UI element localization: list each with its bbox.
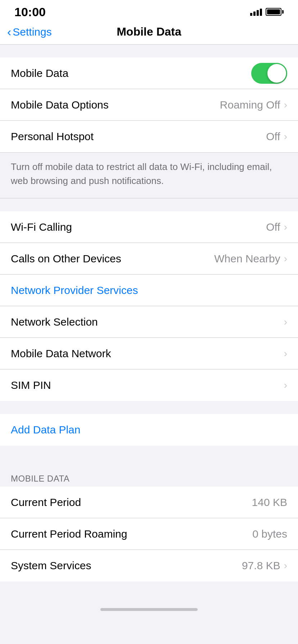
current-period-value: 140 KB [252,496,287,509]
current-period-row: Current Period 140 KB [0,487,298,518]
personal-hotspot-row[interactable]: Personal Hotspot Off › [0,121,298,152]
network-selection-right: › [284,316,287,328]
mobile-data-options-value: Roaming Off [220,99,280,111]
wifi-calling-value: Off [266,221,280,233]
mobile-data-stats-group: Current Period 140 KB Current Period Roa… [0,487,298,581]
section-gap-1 [0,45,298,58]
system-services-right: 97.8 KB › [242,560,287,572]
mobile-data-toggle[interactable] [251,63,287,84]
current-period-roaming-label: Current Period Roaming [11,528,127,540]
calling-settings-group: Wi-Fi Calling Off › Calls on Other Devic… [0,211,298,401]
network-selection-label: Network Selection [11,316,98,328]
home-indicator-area [0,603,298,615]
mobile-data-options-row[interactable]: Mobile Data Options Roaming Off › [0,89,298,121]
status-icons [250,8,284,16]
personal-hotspot-label: Personal Hotspot [11,130,94,143]
page-title: Mobile Data [117,25,181,38]
wifi-calling-label: Wi-Fi Calling [11,221,72,233]
battery-icon [266,8,284,16]
chevron-right-icon: › [284,131,287,142]
mobile-data-section-header-text: MOBILE DATA [11,474,69,483]
add-data-plan-label: Add Data Plan [11,424,80,436]
section-gap-2 [0,198,298,211]
status-bar: 10:00 [0,0,298,22]
chevron-right-icon: › [284,99,287,111]
wifi-calling-right: Off › [266,221,287,233]
sim-pin-row[interactable]: SIM PIN › [0,369,298,401]
mobile-data-network-row[interactable]: Mobile Data Network › [0,338,298,369]
system-services-value: 97.8 KB [242,560,280,572]
sim-pin-right: › [284,380,287,391]
section-gap-3 [0,401,298,414]
personal-hotspot-value: Off [266,130,280,143]
network-provider-services-row[interactable]: Network Provider Services [0,275,298,306]
chevron-right-icon: › [284,316,287,328]
chevron-right-icon: › [284,560,287,571]
network-selection-row[interactable]: Network Selection › [0,306,298,338]
calls-other-devices-right: When Nearby › [214,253,287,265]
status-time: 10:00 [14,5,46,19]
back-chevron-icon: ‹ [7,25,11,39]
current-period-label: Current Period [11,496,81,509]
personal-hotspot-right: Off › [266,130,287,143]
chevron-right-icon: › [284,253,287,264]
system-services-label: System Services [11,560,91,572]
mobile-data-options-label: Mobile Data Options [11,99,109,111]
mobile-data-network-right: › [284,348,287,359]
chevron-right-icon: › [284,380,287,391]
mobile-data-row: Mobile Data [0,58,298,89]
network-provider-services-label: Network Provider Services [11,284,138,296]
section-gap-4 [0,446,298,467]
home-indicator-bar [100,608,198,611]
sim-pin-label: SIM PIN [11,379,51,391]
add-data-plan-row[interactable]: Add Data Plan [0,414,298,446]
main-settings-group: Mobile Data Mobile Data Options Roaming … [0,58,298,198]
calls-other-devices-label: Calls on Other Devices [11,253,121,265]
nav-bar: ‹ Settings Mobile Data [0,22,298,45]
mobile-data-info-box: Turn off mobile data to restrict all dat… [0,152,298,198]
signal-icon [250,8,262,16]
current-period-roaming-value: 0 bytes [252,528,287,540]
data-plan-group: Add Data Plan [0,414,298,446]
mobile-data-section-header: MOBILE DATA [0,467,298,487]
mobile-data-network-label: Mobile Data Network [11,348,111,360]
mobile-data-label: Mobile Data [11,67,68,79]
bottom-spacer [0,581,298,603]
mobile-data-info-text: Turn off mobile data to restrict all dat… [11,161,272,186]
back-button[interactable]: ‹ Settings [7,25,52,39]
calls-other-devices-row[interactable]: Calls on Other Devices When Nearby › [0,243,298,275]
toggle-knob [267,64,286,83]
wifi-calling-row[interactable]: Wi-Fi Calling Off › [0,211,298,243]
chevron-right-icon: › [284,348,287,359]
system-services-row[interactable]: System Services 97.8 KB › [0,550,298,581]
mobile-data-options-right: Roaming Off › [220,99,287,111]
calls-other-devices-value: When Nearby [214,253,280,265]
current-period-roaming-row: Current Period Roaming 0 bytes [0,518,298,550]
chevron-right-icon: › [284,221,287,233]
